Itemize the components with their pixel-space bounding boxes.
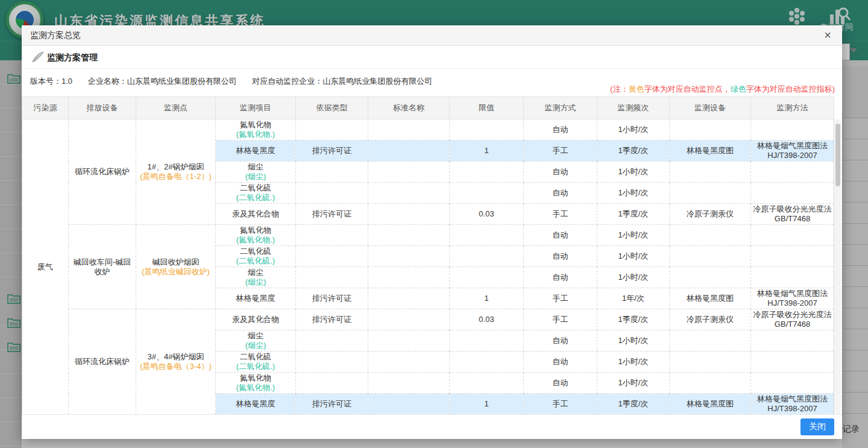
- freq-cell: 1季度/次: [597, 309, 670, 330]
- basis-cell: [296, 352, 368, 373]
- method-cell: [751, 119, 834, 140]
- mode-cell: 手工: [524, 394, 597, 415]
- equip-cell: [670, 352, 751, 373]
- table-row[interactable]: 碱回收车间-碱回收炉碱回收炉烟囱(晨鸣纸业碱回收炉)氮氧化物(氮氧化物.)自动1…: [22, 225, 834, 246]
- equip-cell: [670, 225, 751, 246]
- limit-cell: [450, 330, 524, 352]
- device-cell: 循环流化床锅炉: [69, 309, 136, 415]
- basis-cell: [296, 373, 368, 394]
- plan-table-container: 污染源排放设备监测点监测项目依据类型标准名称限值监测方式监测频次监测设备监测方法…: [22, 96, 834, 415]
- mode-cell: 手工: [524, 140, 597, 162]
- plan-table-body: 废气循环流化床锅炉1#、2#锅炉烟囱(晨鸣自备电（1-2）)氮氧化物(氮氧化物.…: [22, 119, 834, 415]
- table-row[interactable]: 废气循环流化床锅炉1#、2#锅炉烟囱(晨鸣自备电（1-2）)氮氧化物(氮氧化物.…: [22, 119, 834, 140]
- item-cell: 氮氧化物(氮氧化物.): [216, 119, 296, 140]
- item-cell: 汞及其化合物: [216, 309, 296, 330]
- standard-cell: [368, 140, 450, 162]
- equip-cell: [670, 246, 751, 267]
- note-suffix: 字体为对应自动监控指标): [746, 84, 835, 93]
- equip-cell: 林格曼黑度图: [670, 140, 751, 162]
- item-cell: 烟尘(烟尘): [216, 162, 296, 183]
- method-cell: [751, 246, 834, 267]
- mode-cell: 手工: [524, 204, 597, 225]
- limit-cell: [450, 267, 524, 288]
- standard-cell: [368, 204, 450, 225]
- pen-icon: [31, 51, 45, 63]
- item-cell: 林格曼黑度: [216, 140, 296, 162]
- item-cell: 二氧化硫(二氧化硫.): [216, 352, 296, 373]
- point-cell: 3#、4#锅炉烟囱(晨鸣自备电（3-4）): [136, 309, 216, 415]
- standard-cell: [368, 352, 450, 373]
- basis-cell: [296, 267, 368, 288]
- item-cell: 汞及其化合物: [216, 204, 296, 225]
- method-cell: [751, 373, 834, 394]
- freq-cell: 1年/次: [597, 288, 670, 309]
- freq-cell: 1小时/次: [597, 352, 670, 373]
- freq-cell: 1小时/次: [597, 119, 670, 140]
- modal-title: 监测方案总览: [30, 30, 81, 41]
- limit-cell: [450, 225, 524, 246]
- standard-cell: [368, 183, 450, 204]
- mode-cell: 自动: [524, 183, 597, 204]
- method-cell: [751, 225, 834, 246]
- basis-cell: [296, 183, 368, 204]
- note-green: 绿色: [731, 84, 746, 93]
- column-header: 监测频次: [597, 97, 670, 119]
- method-cell: [751, 330, 834, 352]
- column-header: 依据类型: [296, 97, 368, 119]
- freq-cell: 1小时/次: [597, 162, 670, 183]
- column-header: 监测方法: [751, 97, 834, 119]
- standard-cell: [368, 373, 450, 394]
- limit-cell: [450, 246, 524, 267]
- method-cell: 林格曼烟气黑度图法HJ/T398-2007: [751, 140, 834, 162]
- close-icon[interactable]: ×: [820, 28, 835, 42]
- standard-cell: [368, 394, 450, 415]
- mode-cell: 自动: [524, 246, 597, 267]
- basis-cell: [296, 225, 368, 246]
- version-label: 版本号：: [30, 77, 61, 86]
- mode-cell: 自动: [524, 330, 597, 352]
- standard-cell: [368, 267, 450, 288]
- standard-cell: [368, 288, 450, 309]
- basis-cell: [296, 119, 368, 140]
- column-header: 限值: [450, 97, 524, 119]
- limit-cell: 1: [450, 288, 524, 309]
- company-value: 山东晨鸣纸业集团股份有限公司: [127, 77, 237, 86]
- plan-info-bar: 版本号：1.0 企业名称：山东晨鸣纸业集团股份有限公司 对应自动监控企业：山东晨…: [22, 69, 842, 96]
- method-cell: 林格曼烟气黑度图法HJ/T398-2007: [751, 288, 834, 309]
- modal-footer: 关闭: [22, 414, 842, 439]
- item-cell: 烟尘(烟尘): [216, 267, 296, 288]
- scrollbar-thumb[interactable]: [835, 124, 840, 186]
- mode-cell: 手工: [524, 309, 597, 330]
- section-title: 监测方案管理: [47, 52, 98, 63]
- equip-cell: [670, 373, 751, 394]
- item-cell: 氮氧化物(氮氧化物.): [216, 373, 296, 394]
- point-cell: 碱回收炉烟囱(晨鸣纸业碱回收炉): [136, 225, 216, 309]
- standard-cell: [368, 330, 450, 352]
- limit-cell: 1: [450, 140, 524, 162]
- limit-cell: [450, 183, 524, 204]
- close-button[interactable]: 关闭: [800, 418, 834, 435]
- plan-info-line: 版本号：1.0 企业名称：山东晨鸣纸业集团股份有限公司 对应自动监控企业：山东晨…: [30, 76, 445, 87]
- equip-cell: [670, 183, 751, 204]
- version-value: 1.0: [61, 77, 72, 86]
- mode-cell: 自动: [524, 267, 597, 288]
- freq-cell: 1小时/次: [597, 183, 670, 204]
- table-row[interactable]: 循环流化床锅炉3#、4#锅炉烟囱(晨鸣自备电（3-4）)汞及其化合物排污许可证0…: [22, 309, 834, 330]
- limit-cell: [450, 373, 524, 394]
- method-cell: [751, 267, 834, 288]
- freq-cell: 1小时/次: [597, 267, 670, 288]
- limit-cell: [450, 119, 524, 140]
- table-scrollbar[interactable]: [835, 119, 841, 414]
- monitoring-plan-modal: 监测方案总览 × 监测方案管理 版本号：1.0 企业名称：山东晨鸣纸业集团股份有…: [22, 25, 842, 439]
- equip-cell: 林格曼黑度图: [670, 288, 751, 309]
- screen: 山东省污染源监测信息共享系统 查询时间: [0, 0, 868, 448]
- limit-cell: 0.03: [450, 309, 524, 330]
- freq-cell: 1季度/次: [597, 204, 670, 225]
- item-cell: 二氧化硫(二氧化硫.): [216, 246, 296, 267]
- mode-cell: 自动: [524, 373, 597, 394]
- device-cell: 循环流化床锅炉: [69, 119, 136, 225]
- item-cell: 林格曼黑度: [216, 394, 296, 415]
- basis-cell: [296, 162, 368, 183]
- freq-cell: 1季度/次: [597, 394, 670, 415]
- standard-cell: [368, 246, 450, 267]
